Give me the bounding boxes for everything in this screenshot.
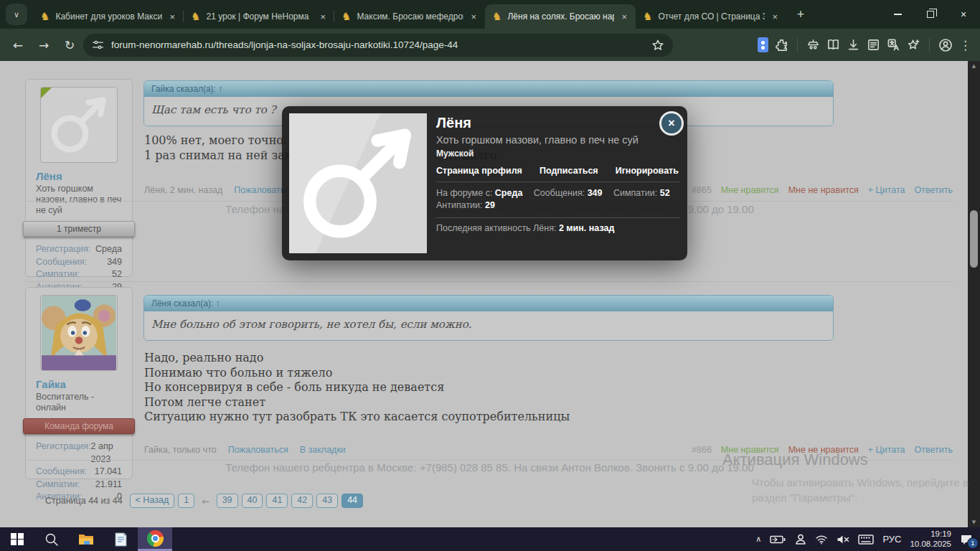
list-extension-icon[interactable] [867, 38, 880, 52]
user-banner: Команда форума [23, 418, 135, 434]
language-indicator[interactable]: РУС [882, 534, 901, 545]
tab-5[interactable]: ♞ Отчет для СО | Страница 30 × [636, 4, 786, 29]
reading-list-book-icon[interactable] [826, 38, 840, 52]
site-settings-icon[interactable] [92, 39, 104, 51]
scroll-up-icon[interactable]: ▲ [968, 63, 980, 69]
page-button-1[interactable]: 1 [178, 494, 194, 508]
bookmark-link[interactable]: В закладки [300, 445, 346, 455]
tab-2[interactable]: ♞ 21 урок | Форум НеНорма × [184, 4, 334, 29]
tab-3[interactable]: ♞ Максим. Бросаю мефедрон × [334, 4, 485, 29]
file-explorer-button[interactable] [69, 527, 103, 551]
battery-icon[interactable] [770, 535, 786, 544]
avatar[interactable] [40, 295, 118, 371]
tab-title: 21 урок | Форум НеНорма [206, 11, 313, 22]
window-controls: × [881, 0, 980, 29]
page-button-42[interactable]: 42 [291, 494, 313, 508]
reply-link[interactable]: Ответить [915, 445, 953, 455]
watermark-text: Чтобы активировать Windows, перейдите в … [752, 475, 969, 505]
browser-toolbar: ← → ↻ forum-nenormarehab.ru/threads/ljon… [0, 29, 980, 61]
member-card-content: Лёня Хоть горшком назови, главно в печ н… [436, 115, 680, 233]
extensions-puzzle-icon[interactable] [775, 38, 788, 52]
post-number[interactable]: #866 [692, 445, 712, 455]
dislike-link[interactable]: Мне не нравится [788, 445, 859, 455]
username-link[interactable]: Гайка [36, 378, 122, 390]
address-bar[interactable]: forum-nenormarehab.ru/threads/ljonja-na-… [83, 34, 673, 57]
chrome-icon [147, 530, 164, 547]
tab-close-icon[interactable]: × [168, 11, 176, 22]
tab-1[interactable]: ♞ Кабинет для уроков Макси × [33, 4, 184, 29]
window-minimize-button[interactable] [881, 0, 914, 29]
password-extension-icon[interactable] [758, 37, 768, 52]
post-number[interactable]: #865 [692, 185, 712, 195]
tab-close-icon[interactable]: × [319, 11, 327, 22]
tab-4-active[interactable]: ♞ Лёня на солях. Бросаю нар × [485, 4, 636, 29]
post-line: Ситуацию нужно тут разобрать ТК это каса… [144, 410, 570, 425]
report-link[interactable]: Пожаловаться [228, 445, 288, 455]
touch-keyboard-icon[interactable] [858, 534, 874, 545]
quote-header-link[interactable]: Лёня сказал(а): ↑ [144, 296, 833, 311]
reply-link[interactable]: Ответить [915, 185, 953, 195]
username-link[interactable]: Лёня [36, 170, 122, 182]
like-link[interactable]: Мне нравится [721, 445, 779, 455]
follow-link[interactable]: Подписаться [540, 166, 598, 176]
profile-page-link[interactable]: Страница профиля [436, 166, 522, 176]
folder-icon [78, 533, 94, 545]
forward-button[interactable]: → [32, 33, 56, 57]
tab-search-button[interactable]: ∨ [6, 4, 27, 25]
url-text[interactable]: forum-nenormarehab.ru/threads/ljonja-na-… [111, 39, 644, 50]
user-app-icon[interactable] [795, 534, 806, 545]
tab-title: Отчет для СО | Страница 30 [658, 11, 765, 22]
quote-link[interactable]: + Цитата [868, 185, 905, 195]
minimize-icon [894, 14, 902, 15]
bookmark-star-icon[interactable] [651, 39, 664, 52]
cart-extension-icon[interactable] [806, 38, 820, 52]
sparkle-star-icon[interactable] [907, 38, 920, 52]
scroll-down-icon[interactable]: ▼ [968, 519, 980, 525]
tray-chevron-icon[interactable]: ∧ [755, 534, 761, 544]
page-button-39[interactable]: 39 [217, 494, 238, 508]
stat-label: Симпатии: [613, 188, 657, 198]
tab-close-icon[interactable]: × [620, 11, 628, 22]
chrome-taskbar-button[interactable] [138, 527, 172, 551]
action-center-button[interactable]: 1 [960, 534, 973, 545]
new-tab-button[interactable]: + [791, 4, 811, 24]
tab-close-icon[interactable]: × [469, 11, 478, 22]
page-button-40[interactable]: 40 [242, 494, 263, 508]
quote-link[interactable]: + Цитата [868, 445, 905, 455]
window-restore-button[interactable] [914, 0, 947, 29]
pages-gap-arrow: ← [202, 496, 209, 507]
back-button[interactable]: ← [6, 33, 30, 57]
like-link[interactable]: Мне нравится [721, 185, 779, 195]
avatar[interactable] [40, 87, 118, 163]
prev-page-button[interactable]: < Назад [130, 494, 175, 508]
quote-header-link[interactable]: Гайка сказал(а): ↑ [144, 81, 833, 97]
taskbar-clock[interactable]: 19:19 10.08.2025 [910, 529, 951, 549]
member-name[interactable]: Лёня [436, 115, 680, 131]
start-button[interactable] [0, 527, 34, 551]
menu-dots-icon[interactable]: ⋮ [959, 38, 971, 52]
stat-label: Симпатии: [36, 479, 80, 491]
tab-title: Максим. Бросаю мефедрон [357, 11, 463, 22]
volume-muted-icon[interactable] [837, 534, 849, 545]
notepad-button[interactable] [103, 527, 138, 551]
profile-avatar-icon[interactable] [938, 38, 953, 52]
page-scrollbar[interactable]: ▲ ▼ [968, 61, 980, 527]
page-button-41[interactable]: 41 [266, 494, 288, 508]
window-close-button[interactable]: × [947, 0, 980, 29]
page-button-43[interactable]: 43 [316, 494, 338, 508]
translate-icon[interactable] [887, 38, 900, 52]
download-icon[interactable] [847, 38, 860, 52]
page-button-44-current[interactable]: 44 [341, 494, 363, 508]
taskbar-search-button[interactable] [34, 527, 69, 551]
member-card-avatar[interactable] [289, 113, 427, 253]
reload-button[interactable]: ↻ [57, 33, 82, 57]
online-indicator-icon [41, 88, 52, 98]
tab-close-icon[interactable]: × [771, 11, 779, 22]
ignore-link[interactable]: Игнорировать [616, 166, 679, 176]
wifi-icon[interactable] [815, 534, 828, 545]
divider [436, 217, 680, 218]
scrollbar-thumb[interactable] [970, 210, 978, 268]
tab-title: Кабинет для уроков Макси [55, 11, 162, 22]
popup-close-button[interactable]: × [659, 111, 684, 136]
dislike-link[interactable]: Мне не нравится [788, 185, 859, 195]
